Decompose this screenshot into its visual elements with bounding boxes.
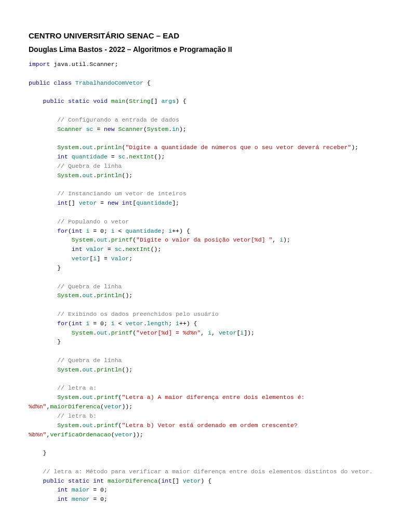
out: out [83, 144, 94, 151]
kw-int: int [72, 320, 83, 327]
type-scanner: Scanner [118, 126, 143, 132]
kw-public: public [43, 477, 64, 484]
semi: ; [161, 228, 168, 234]
kw-new: new [108, 200, 118, 206]
out: out [97, 329, 108, 336]
comment: // letra a: Método para verificar a maio… [43, 468, 373, 475]
comment: // Exibindo os dados preenchidos pelo us… [57, 311, 219, 317]
brackets: [] [151, 98, 162, 104]
paren: (); [122, 366, 132, 373]
brace: } [57, 338, 61, 345]
println: println [97, 366, 122, 373]
brackets: [] [172, 477, 183, 484]
inc: ++) { [179, 320, 197, 327]
var: quantidade [136, 200, 172, 206]
system: System [72, 236, 93, 243]
kw-for: for [57, 228, 68, 234]
dot: . [108, 329, 111, 336]
semi: ; [168, 320, 176, 327]
document-page: CENTRO UNIVERSITÁRIO SENAC – EAD Douglas… [0, 0, 399, 532]
var-i: i [176, 320, 179, 327]
system: System [57, 422, 78, 429]
kw-int: int [57, 496, 68, 502]
paren: ); [351, 144, 358, 151]
in: in [172, 126, 179, 132]
string: "Digite o valor da posição vetor[%d] " [136, 236, 272, 243]
string: %d%n" [29, 403, 47, 410]
var-vetor: vetor [115, 431, 133, 438]
comma: , [211, 329, 219, 336]
semi: ; [104, 496, 108, 502]
paren: ( [68, 228, 72, 234]
println: println [97, 144, 122, 151]
comment: // letra a: [57, 384, 97, 391]
comma: , [272, 236, 280, 243]
sp [118, 200, 122, 206]
kw-int: int [57, 486, 68, 493]
dot: . [79, 292, 83, 299]
var: menor [72, 496, 90, 502]
var-vetor: vetor [79, 200, 97, 206]
kw-import: import [29, 61, 50, 68]
semi: ; [129, 255, 132, 262]
method-call: verificaOrdenacao [50, 431, 111, 438]
var-vetor: vetor [125, 320, 143, 327]
string: "Letra a) A maior diferença entre dois e… [122, 394, 305, 401]
var-args: args [161, 98, 176, 104]
method-main: main [111, 98, 126, 104]
type-string: String [129, 98, 150, 104]
inc: ++) { [172, 228, 190, 234]
dot: . [79, 366, 83, 373]
kw-int: int [72, 228, 83, 234]
out: out [83, 422, 94, 429]
out: out [83, 366, 94, 373]
system: System [57, 172, 78, 179]
kw-int: int [161, 477, 172, 484]
string: "Digite a quantidade de números que o se… [125, 144, 351, 151]
comment: // Quebra de linha [57, 163, 122, 169]
var-i: i [111, 320, 115, 327]
heading-institution: CENTRO UNIVERSITÁRIO SENAC – EAD [29, 31, 370, 40]
paren: (); [122, 172, 132, 179]
semi: ; [104, 486, 108, 493]
eq: = [89, 320, 100, 327]
brace: } [57, 264, 61, 271]
eq: = [89, 496, 100, 502]
paren: (); [122, 292, 132, 299]
var: maior [72, 486, 90, 493]
nextint: nextInt [129, 153, 154, 160]
var: quantidade [72, 153, 108, 160]
dot: . [79, 394, 83, 401]
printf: printf [97, 422, 118, 429]
method-name: maiorDiferenca [108, 477, 158, 484]
bracket: ]; [172, 200, 179, 206]
kw-public: public [29, 79, 50, 86]
dot: . [108, 236, 111, 243]
kw-int: int [57, 153, 68, 160]
printf: printf [111, 329, 132, 336]
dot: . [79, 144, 83, 151]
class-name: TrabalhandoComVetor [75, 79, 143, 86]
comment: // Instanciando um vetor de inteiros [57, 190, 186, 197]
var-vetor: vetor [104, 403, 122, 410]
code-block: import java.util.Scanner; public class T… [29, 60, 370, 504]
system: System [57, 394, 78, 401]
var-sc: sc [115, 246, 122, 252]
comment: // Quebra de linha [57, 283, 122, 290]
out: out [83, 292, 94, 299]
paren: ( [100, 403, 104, 410]
paren: )); [122, 403, 132, 410]
paren: (); [151, 246, 162, 252]
printf: printf [97, 394, 118, 401]
paren: ( [118, 422, 122, 429]
paren: ( [143, 126, 147, 132]
dot: . [143, 320, 147, 327]
kw-for: for [57, 320, 68, 327]
system: System [57, 144, 78, 151]
comment: // Populando o vetor [57, 218, 129, 225]
dot: . [79, 172, 83, 179]
num: 0 [100, 496, 104, 502]
brace: ) { [201, 477, 211, 484]
kw-int: int [122, 200, 133, 206]
lt: < [115, 320, 126, 327]
